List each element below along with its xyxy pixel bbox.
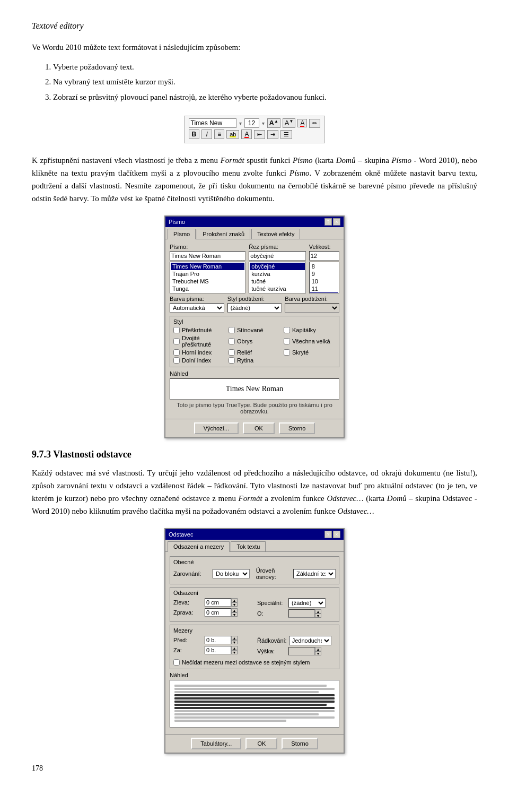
- vet-list-item-2[interactable]: 10: [310, 278, 338, 285]
- pismo-tab-1[interactable]: Proložení znaků: [197, 229, 250, 239]
- cb-stinovane[interactable]: [229, 327, 235, 333]
- pred-input[interactable]: [205, 636, 231, 644]
- odstavec-tabulatory-btn[interactable]: Tabulátory...: [191, 738, 241, 749]
- uroven-osnovy-select[interactable]: Základní text: [293, 569, 336, 578]
- cb-obrys[interactable]: [229, 338, 235, 344]
- cb-kapitalky[interactable]: [284, 327, 290, 333]
- odstavec-help-btn[interactable]: ?: [324, 531, 332, 538]
- vet-list-item-1[interactable]: 9: [310, 270, 338, 278]
- pismo-tab-2[interactable]: Textové efekty: [251, 229, 300, 239]
- specialni-select[interactable]: (žádné): [288, 598, 326, 608]
- odstavec-storno-btn[interactable]: Storno: [282, 738, 318, 749]
- format-painter-btn[interactable]: ✏: [309, 119, 320, 128]
- pismo-dialog: Písmo ? × Písmo Proložení znaků Textové …: [164, 215, 345, 438]
- velikost-col: Velikost: 8 9 10 11 12 14: [309, 244, 339, 293]
- rez-list-item-1[interactable]: kurzíva: [250, 270, 304, 278]
- pismo-help-btn[interactable]: ?: [324, 218, 332, 226]
- pismo-vychozi-btn[interactable]: Výchozí...: [194, 422, 239, 434]
- font-list-item-2[interactable]: Trebuchet MS: [171, 278, 244, 285]
- cb-rytina[interactable]: [229, 357, 235, 364]
- font-input[interactable]: [170, 251, 245, 261]
- align-btn[interactable]: ≡: [214, 129, 224, 139]
- odstavec-tab-0[interactable]: Odsazení a mezery: [168, 541, 230, 552]
- zleva-row: Zleva: ▲ ▼: [173, 598, 252, 607]
- o-up[interactable]: ▲: [315, 609, 321, 614]
- radkovani-select[interactable]: Jednoduché: [289, 636, 331, 645]
- font-list-item-1[interactable]: Trajan Pro: [171, 270, 244, 278]
- pred-up[interactable]: ▲: [231, 636, 238, 640]
- zleva-down[interactable]: ▼: [231, 602, 238, 607]
- vet-list-item-4[interactable]: 12: [310, 292, 338, 293]
- font-list-item-3[interactable]: Tunga: [171, 285, 244, 292]
- rez-list-item-0[interactable]: obyčejné: [250, 263, 304, 270]
- radkovani-row: Řádkování: Jednoduché: [257, 636, 336, 645]
- barva-podtrzeni-select[interactable]: [285, 303, 339, 313]
- pismo-storno-btn[interactable]: Storno: [279, 422, 315, 434]
- vyska-input[interactable]: [288, 647, 315, 655]
- pismo-titlebar: Písmo ? ×: [165, 217, 344, 227]
- shrink-font-btn[interactable]: A▼: [283, 118, 296, 127]
- za-up[interactable]: ▲: [231, 646, 238, 650]
- bullets-btn[interactable]: ☰: [280, 130, 292, 139]
- zprava-up[interactable]: ▲: [231, 608, 238, 612]
- cb-preskrtnute[interactable]: [173, 327, 180, 333]
- barva-select[interactable]: Automatická: [170, 303, 224, 313]
- rez-list-item-3[interactable]: tučné kurzíva: [250, 285, 304, 292]
- zleva-input[interactable]: [205, 598, 231, 607]
- zleva-up[interactable]: ▲: [231, 598, 238, 602]
- rez-input[interactable]: [249, 251, 305, 261]
- pred-down[interactable]: ▼: [231, 640, 238, 644]
- pismo-tab-0[interactable]: Písmo: [168, 229, 196, 239]
- o-input[interactable]: [288, 609, 315, 618]
- velikost-input[interactable]: [309, 251, 339, 261]
- pismo-preview-box: Times New Roman: [170, 378, 339, 400]
- cb-vsechna[interactable]: [284, 338, 290, 344]
- cb-horni[interactable]: [173, 349, 180, 356]
- font-color2-btn[interactable]: A: [241, 129, 252, 139]
- za-input[interactable]: [205, 646, 231, 654]
- zleva-label: Zleva:: [173, 599, 203, 606]
- page-title: Textové editory: [32, 21, 477, 31]
- pismo-ok-btn[interactable]: OK: [243, 422, 275, 434]
- checkbox-obrys: Obrys: [229, 335, 280, 348]
- odstavec-tab-1[interactable]: Tok textu: [231, 541, 266, 551]
- velikost-listbox[interactable]: 8 9 10 11 12 14: [309, 262, 339, 293]
- odstavec-ok-btn[interactable]: OK: [245, 738, 277, 749]
- intro-heading: Ve Wordu 2010 můžete text formátovat i n…: [32, 41, 477, 54]
- cb-skryte[interactable]: [284, 349, 290, 356]
- highlight-btn[interactable]: ab: [226, 130, 239, 139]
- zprava-down[interactable]: ▼: [231, 612, 238, 617]
- font-size-input[interactable]: 12: [244, 118, 259, 128]
- zprava-input[interactable]: [205, 608, 231, 617]
- pismo-close-btn[interactable]: ×: [333, 218, 340, 226]
- rez-listbox[interactable]: obyčejné kurzíva tučné tučné kurzíva: [249, 262, 305, 293]
- odstavec-close-btn[interactable]: ×: [333, 531, 340, 538]
- font-color-btn[interactable]: A: [297, 119, 307, 127]
- pismo-nahled-label: Náhled: [170, 370, 339, 377]
- pred-row: Před: ▲ ▼: [173, 636, 252, 644]
- increase-indent-btn[interactable]: ⇥: [267, 130, 278, 139]
- bold-btn[interactable]: B: [189, 129, 200, 139]
- vyska-up[interactable]: ▲: [315, 647, 321, 651]
- vet-list-item-3[interactable]: 11: [310, 285, 338, 292]
- cb-mezery[interactable]: [173, 659, 180, 666]
- zarovnani-select[interactable]: Do bloku: [213, 569, 250, 578]
- font-list-item-0[interactable]: Times New Roman: [171, 263, 244, 270]
- rez-list-item-2[interactable]: tučné: [250, 278, 304, 285]
- italic-btn[interactable]: I: [201, 129, 212, 139]
- vet-list-item-0[interactable]: 8: [310, 263, 338, 270]
- decrease-indent-btn[interactable]: ⇤: [254, 130, 265, 139]
- cb-relief[interactable]: [229, 349, 235, 356]
- styl-podtrzeni-select[interactable]: (žádné): [227, 303, 282, 313]
- cb-dvojite[interactable]: [173, 338, 180, 344]
- vyska-down[interactable]: ▼: [315, 651, 321, 655]
- cb-obrys-label: Obrys: [237, 338, 252, 344]
- za-down[interactable]: ▼: [231, 650, 238, 654]
- grow-font-btn[interactable]: A▲: [267, 118, 280, 127]
- font-list-item-4[interactable]: Verdana: [171, 292, 244, 293]
- font-listbox[interactable]: Times New Roman Trajan Pro Trebuchet MS …: [170, 262, 245, 293]
- cb-dolni[interactable]: [173, 357, 180, 364]
- font-name-dropdown[interactable]: Times New: [189, 118, 236, 128]
- pismo-preview-desc: Toto je písmo typu TrueType. Bude použit…: [170, 402, 339, 414]
- o-down[interactable]: ▼: [315, 614, 321, 618]
